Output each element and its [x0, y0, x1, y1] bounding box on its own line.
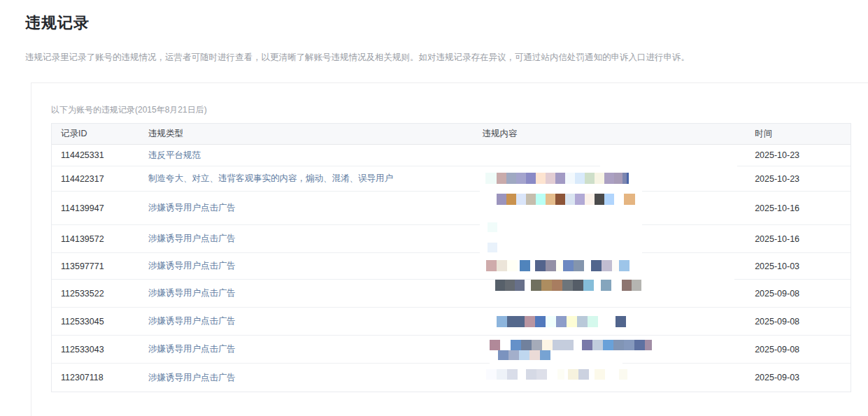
- violation-date: 2025-09-08: [746, 289, 851, 299]
- violation-type-link[interactable]: 涉嫌诱导用户点击广告: [139, 233, 474, 245]
- violation-date: 2025-09-03: [746, 373, 851, 382]
- header-record-id: 记录ID: [52, 128, 139, 140]
- record-id: 114422317: [52, 174, 139, 184]
- violation-type-link[interactable]: 涉嫌诱导用户点击广告: [139, 202, 474, 214]
- record-id: 114139947: [52, 203, 139, 213]
- table-row: 114422317 制造夸大、对立、违背客观事实的内容，煽动、混淆、误导用户 2…: [52, 166, 851, 192]
- violation-type-link[interactable]: 涉嫌诱导用户点击广告: [139, 315, 474, 327]
- violation-date: 2025-09-08: [746, 317, 851, 327]
- violation-date: 2025-10-23: [746, 174, 851, 184]
- page-header: 违规记录 违规记录里记录了账号的违规情况，运营者可随时进行查看，以更清晰了解账号…: [25, 13, 851, 64]
- violation-date: 2025-09-08: [746, 345, 851, 354]
- page-description: 违规记录里记录了账号的违规情况，运营者可随时进行查看，以更清晰了解账号违规情况及…: [25, 52, 851, 64]
- violation-type-link[interactable]: 涉嫌诱导用户点击广告: [139, 287, 474, 299]
- table-row: 112533043 涉嫌诱导用户点击广告 2025-09-08: [52, 336, 851, 364]
- violation-type-link[interactable]: 涉嫌诱导用户点击广告: [139, 260, 474, 272]
- violation-type-link[interactable]: 涉嫌诱导用户点击广告: [139, 343, 474, 355]
- violation-type-link[interactable]: 涉嫌诱导用户点击广告: [139, 372, 474, 384]
- violation-date: 2025-10-16: [746, 203, 851, 213]
- violation-date: 2025-10-03: [746, 261, 851, 271]
- table-row: 114139947 涉嫌诱导用户点击广告 2025-10-16: [52, 192, 851, 225]
- record-id: 112533043: [52, 345, 139, 354]
- table-body: 114425331 违反平台规范 2025-10-23 114422317 制造…: [52, 145, 851, 392]
- table-row: 113597771 涉嫌诱导用户点击广告 2025-10-03: [52, 253, 851, 280]
- table-row: 114139572 涉嫌诱导用户点击广告 2025-10-16: [52, 225, 851, 253]
- header-time: 时间: [746, 128, 851, 140]
- record-id: 112533522: [52, 289, 139, 299]
- table-header-row: 记录ID 违规类型 违规内容 时间: [52, 124, 851, 145]
- violation-table: 记录ID 违规类型 违规内容 时间 114425331 违反平台规范 2025-…: [51, 123, 851, 392]
- record-id: 114139572: [52, 234, 139, 244]
- violation-date: 2025-10-23: [746, 150, 851, 160]
- records-card: 以下为账号的违规记录(2015年8月21日后) 记录ID 违规类型 违规内容 时…: [31, 83, 868, 416]
- table-row: 112307118 涉嫌诱导用户点击广告 2025-09-03: [52, 364, 851, 392]
- header-violation-content: 违规内容: [473, 128, 746, 140]
- table-row: 112533045 涉嫌诱导用户点击广告 2025-09-08: [52, 308, 851, 336]
- page-title: 违规记录: [25, 13, 851, 34]
- table-row: 112533522 涉嫌诱导用户点击广告 2025-09-08: [52, 280, 851, 308]
- record-id: 114425331: [52, 150, 139, 160]
- header-violation-type: 违规类型: [139, 128, 474, 140]
- record-id: 112307118: [52, 373, 139, 382]
- table-row: 114425331 违反平台规范 2025-10-23: [52, 145, 851, 166]
- record-id: 113597771: [52, 261, 139, 271]
- records-note: 以下为账号的违规记录(2015年8月21日后): [51, 104, 207, 116]
- violation-type-link[interactable]: 制造夸大、对立、违背客观事实的内容，煽动、混淆、误导用户: [139, 173, 474, 185]
- violation-type-link[interactable]: 违反平台规范: [139, 150, 474, 162]
- record-id: 112533045: [52, 317, 139, 327]
- violation-date: 2025-10-16: [746, 234, 851, 244]
